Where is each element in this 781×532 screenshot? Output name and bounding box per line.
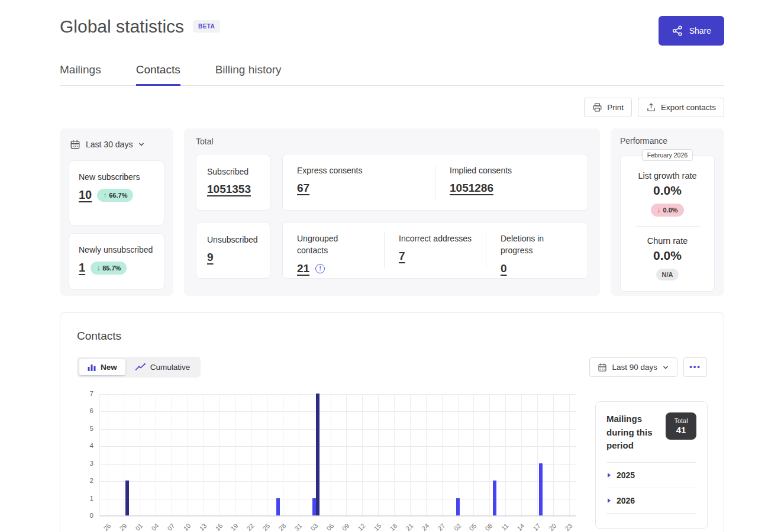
tab-bar: Mailings Contacts Billing history [60, 63, 724, 86]
warning-icon[interactable]: ! [315, 264, 325, 273]
y-tick-label: 2 [77, 477, 93, 484]
gridline [394, 394, 395, 515]
year-row-2025[interactable]: 2025 [606, 462, 696, 488]
chart-bar[interactable] [539, 463, 543, 515]
x-tick-label: 19 [224, 522, 240, 532]
list-growth-change: 0.0% [663, 207, 677, 214]
x-tick-label: 08 [478, 522, 494, 532]
chart-y-axis: 01234567 [77, 394, 93, 516]
stats-row: Last 30 days New subscribers 10 ↑ 66.7% … [60, 128, 724, 296]
calendar-icon [598, 363, 607, 372]
chart-bar[interactable] [493, 481, 496, 515]
month-tooltip: February 2026 [642, 149, 693, 161]
printer-icon [592, 102, 602, 112]
newly-unsubscribed-card: Newly unsubscribed 1 ↓ 85.7% [69, 233, 164, 290]
year-2026-label: 2026 [617, 496, 635, 505]
newly-unsubscribed-value[interactable]: 1 [79, 261, 85, 275]
unsubscribed-value[interactable]: 9 [207, 251, 214, 264]
chart-bar[interactable] [125, 481, 129, 515]
x-tick-label: 10 [176, 522, 192, 532]
actions-row: Print Export contacts [60, 98, 724, 117]
express-consents-label: Express consents [297, 165, 421, 176]
x-tick-label: 20 [541, 522, 557, 532]
share-button-label: Share [689, 26, 711, 36]
x-tick-label: 04 [144, 522, 160, 532]
export-contacts-button[interactable]: Export contacts [638, 98, 724, 117]
new-subscribers-card: New subscribers 10 ↑ 66.7% [69, 160, 164, 225]
x-tick-label: 15 [367, 522, 383, 532]
deletions-in-progress-value[interactable]: 0 [501, 262, 507, 275]
contact-issues-card: Ungrouped contacts 21 ! Incorrect addres… [282, 222, 588, 279]
implied-consents-value[interactable]: 1051286 [450, 182, 493, 195]
x-tick-label: 09 [335, 522, 351, 532]
x-tick-label: 28 [272, 522, 288, 532]
tab-billing-history[interactable]: Billing history [215, 63, 282, 85]
chart-bar[interactable] [276, 498, 280, 515]
gridline [140, 394, 140, 515]
incorrect-addresses-cell: Incorrect addresses 7 [384, 233, 486, 268]
y-tick-label: 7 [77, 390, 93, 397]
x-tick-label: 16 [208, 522, 224, 532]
newly-unsubscribed-label: Newly unsubscribed [79, 244, 154, 256]
y-tick-label: 6 [77, 407, 93, 414]
ungrouped-contacts-value[interactable]: 21 [297, 262, 309, 275]
gridline [569, 394, 570, 515]
ungrouped-contacts-label: Ungrouped contacts [297, 233, 370, 257]
performance-panel: Performance February 2026 List growth ra… [611, 128, 724, 296]
contacts-bar-chart: 01234567 2629010407101316192225283103060… [77, 389, 581, 532]
chart-right-controls: Last 90 days ••• [589, 357, 707, 377]
chart-bar[interactable] [312, 498, 316, 515]
more-options-button[interactable]: ••• [683, 357, 707, 377]
gridline [156, 394, 156, 515]
chart-region: 01234567 2629010407101316192225283103060… [77, 389, 707, 532]
page-header: Global statistics BETA Share [60, 16, 724, 46]
x-tick-label: 07 [160, 522, 176, 532]
chevron-down-icon [662, 364, 669, 371]
x-tick-label: 02 [446, 522, 462, 532]
period-panel: Last 30 days New subscribers 10 ↑ 66.7% … [60, 128, 173, 296]
tab-contacts[interactable]: Contacts [136, 63, 180, 85]
toggle-cumulative[interactable]: Cumulative [127, 359, 199, 375]
export-contacts-label: Export contacts [661, 103, 716, 112]
year-row-2026[interactable]: 2026 [606, 488, 696, 514]
chart-bar[interactable] [456, 498, 460, 515]
gridline [426, 394, 427, 515]
subscribed-value[interactable]: 1051353 [207, 183, 251, 196]
x-tick-label: 13 [192, 522, 208, 532]
incorrect-addresses-value[interactable]: 7 [399, 250, 405, 263]
deletions-in-progress-label: Deletions in progress [501, 233, 573, 257]
chart-controls-row: New Cumulative [77, 357, 707, 378]
performance-title: Performance [620, 136, 715, 146]
chart-bar[interactable] [316, 394, 320, 515]
divider [635, 226, 700, 227]
toggle-new[interactable]: New [79, 359, 125, 375]
incorrect-addresses-label: Incorrect addresses [399, 233, 472, 244]
beta-badge: BETA [193, 20, 220, 33]
churn-rate-value: 0.0% [627, 249, 708, 263]
chart-period-value: Last 90 days [612, 363, 657, 372]
gridline [283, 394, 283, 515]
toggle-new-label: New [101, 363, 117, 372]
print-button[interactable]: Print [584, 98, 632, 117]
gridline [188, 394, 188, 515]
list-growth-change-badge: ↓ 0.0% [651, 204, 683, 217]
gridline [235, 394, 235, 515]
unsubscribed-card: Unsubscribed 9 [196, 222, 270, 279]
gridline [251, 394, 251, 515]
consents-card: Express consents 67 Implied consents 105… [282, 154, 588, 211]
new-subscribers-value[interactable]: 10 [79, 188, 92, 202]
line-chart-icon [135, 363, 146, 371]
gridline [204, 394, 204, 515]
page-title: Global statistics [60, 16, 184, 37]
churn-rate-badge: N/A [656, 269, 679, 280]
global-statistics-page: Global statistics BETA Share Mailings Co… [0, 0, 781, 532]
share-button[interactable]: Share [659, 16, 724, 46]
x-tick-label: 21 [399, 522, 415, 532]
implied-consents-label: Implied consents [450, 165, 573, 176]
express-consents-cell: Express consents 67 [283, 165, 435, 200]
period-dropdown[interactable]: Last 30 days [69, 136, 164, 153]
calendar-icon [70, 139, 80, 150]
tab-mailings[interactable]: Mailings [60, 63, 101, 85]
chart-period-dropdown[interactable]: Last 90 days [589, 357, 677, 377]
express-consents-value[interactable]: 67 [297, 182, 309, 195]
